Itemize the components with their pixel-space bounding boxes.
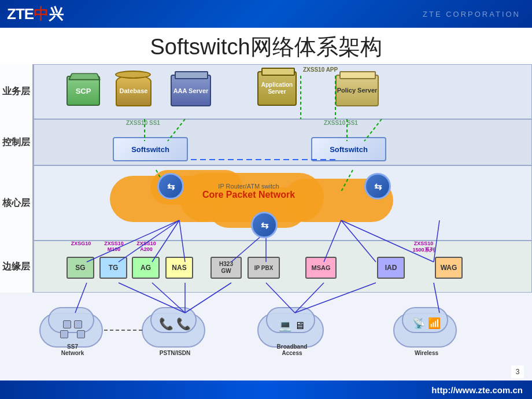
- ss7-cloud: SS7Network: [39, 304, 106, 356]
- page-number: 3: [511, 365, 524, 378]
- page-title: Softswitch网络体系架构: [0, 32, 532, 62]
- ag-device: AG: [132, 257, 160, 279]
- pstn-cloud: 📞 📞 PSTN/ISDN: [142, 304, 208, 356]
- iad-sublabel: ZXSS101500系列: [405, 241, 442, 254]
- main-content: 业务层 SCP Datebase AAA Server ApplicationS…: [0, 64, 532, 399]
- service-layer-label: 业务层: [0, 64, 34, 119]
- broadband-cloud: 💻 🖥 BroadbandAccess: [257, 304, 327, 356]
- database-server: Datebase: [116, 75, 152, 106]
- tg-sublabel: ZXSS10M100: [99, 241, 128, 252]
- router-topleft: ⇆: [157, 173, 184, 200]
- aaa-server: AAA Server: [171, 75, 211, 106]
- sg-sublabel: ZXSG10: [66, 241, 95, 246]
- ag-sublabel: ZXSS10A200: [132, 241, 161, 252]
- zxss-app-label: ZXSS10 APP: [303, 66, 338, 73]
- footer: http://www.zte.com.cn 3: [0, 380, 532, 399]
- router-topright: ⇆: [364, 173, 391, 200]
- iad-device: IAD: [377, 257, 405, 279]
- header: ZTE 中 兴 ZTE CORPORATION: [0, 0, 532, 28]
- wireless-cloud: 📡 📶 Wireless: [393, 304, 460, 356]
- scp-server: SCP: [66, 76, 100, 106]
- dashed-line-ss7-pstn: [104, 324, 145, 336]
- msag-device: MSAG: [305, 257, 337, 279]
- h323-device: H323GW: [210, 257, 242, 279]
- tg-device: TG: [99, 257, 127, 279]
- ippbx-device: IP PBX: [247, 257, 280, 279]
- nas-device: NAS: [165, 257, 193, 279]
- softswitch-right: Softswitch: [311, 137, 386, 161]
- control-layer-label: 控制层: [0, 119, 34, 165]
- router-center: ⇆: [251, 212, 278, 238]
- footer-url: http://www.zte.com.cn: [431, 385, 523, 395]
- core-network-label: IP Router/ATM switch Core Packet Network: [168, 183, 330, 200]
- edge-layer-label: 边缘层: [0, 241, 34, 293]
- softswitch-left: Softswitch: [113, 137, 188, 161]
- core-layer-label: 核心层: [0, 165, 34, 241]
- wag-device: WAG: [435, 257, 463, 279]
- control-layer-band: [34, 119, 532, 165]
- policy-server: Policy Server: [335, 75, 379, 106]
- sg-device: SG: [66, 257, 94, 279]
- title-area: Softswitch网络体系架构: [0, 28, 532, 64]
- logo: ZTE 中 兴: [7, 4, 64, 24]
- header-brand: ZTE CORPORATION: [423, 10, 520, 19]
- application-server: ApplicationServer: [257, 71, 297, 106]
